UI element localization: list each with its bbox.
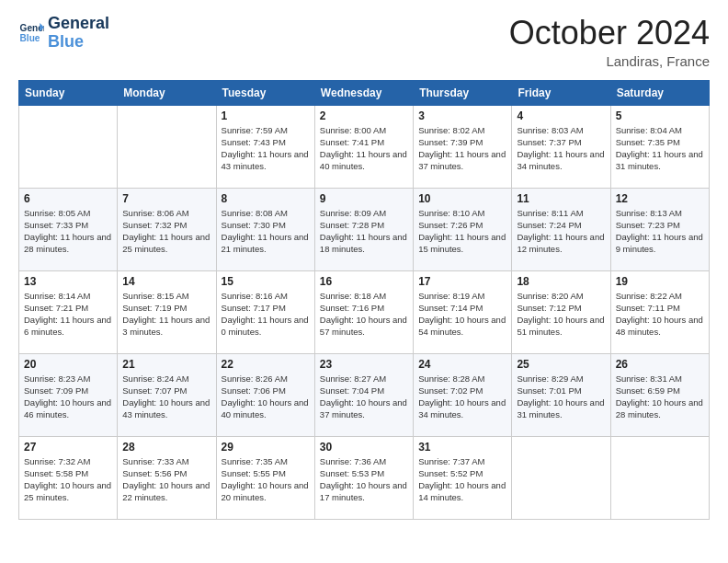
- day-info: Sunrise: 8:26 AM Sunset: 7:06 PM Dayligh…: [222, 373, 310, 421]
- day-info: Sunrise: 8:08 AM Sunset: 7:30 PM Dayligh…: [222, 207, 310, 256]
- calendar-cell: 15Sunrise: 8:16 AM Sunset: 7:17 PM Dayli…: [216, 270, 314, 353]
- days-of-week-row: SundayMondayTuesdayWednesdayThursdayFrid…: [19, 80, 710, 105]
- day-number: 29: [222, 441, 310, 454]
- calendar-week-5: 27Sunrise: 7:32 AM Sunset: 5:58 PM Dayli…: [19, 436, 710, 519]
- calendar-cell: 9Sunrise: 8:09 AM Sunset: 7:28 PM Daylig…: [314, 188, 413, 270]
- day-info: Sunrise: 8:04 AM Sunset: 7:35 PM Dayligh…: [616, 124, 704, 173]
- day-info: Sunrise: 8:11 AM Sunset: 7:24 PM Dayligh…: [517, 207, 605, 256]
- day-number: 21: [122, 358, 210, 371]
- dow-header-monday: Monday: [118, 80, 216, 105]
- calendar-cell: 17Sunrise: 8:19 AM Sunset: 7:14 PM Dayli…: [414, 270, 512, 353]
- day-info: Sunrise: 8:23 AM Sunset: 7:09 PM Dayligh…: [24, 373, 112, 421]
- day-info: Sunrise: 8:14 AM Sunset: 7:21 PM Dayligh…: [24, 290, 112, 339]
- day-number: 17: [418, 275, 506, 288]
- calendar-cell: 22Sunrise: 8:26 AM Sunset: 7:06 PM Dayli…: [216, 353, 314, 436]
- logo: General Blue General Blue: [18, 15, 109, 52]
- day-info: Sunrise: 8:18 AM Sunset: 7:16 PM Dayligh…: [320, 290, 408, 339]
- dow-header-saturday: Saturday: [610, 80, 709, 105]
- location-subtitle: Landiras, France: [509, 53, 710, 69]
- calendar-cell: 12Sunrise: 8:13 AM Sunset: 7:23 PM Dayli…: [610, 188, 709, 270]
- title-block: October 2024 Landiras, France: [509, 15, 710, 69]
- calendar-cell: 19Sunrise: 8:22 AM Sunset: 7:11 PM Dayli…: [610, 270, 709, 353]
- calendar-cell: 16Sunrise: 8:18 AM Sunset: 7:16 PM Dayli…: [314, 270, 413, 353]
- day-info: Sunrise: 8:19 AM Sunset: 7:14 PM Dayligh…: [418, 290, 506, 339]
- calendar-cell: 28Sunrise: 7:33 AM Sunset: 5:56 PM Dayli…: [118, 436, 216, 519]
- calendar-cell: 29Sunrise: 7:35 AM Sunset: 5:55 PM Dayli…: [216, 436, 314, 519]
- day-info: Sunrise: 8:20 AM Sunset: 7:12 PM Dayligh…: [517, 290, 605, 339]
- day-info: Sunrise: 8:13 AM Sunset: 7:23 PM Dayligh…: [616, 207, 704, 256]
- calendar-cell: 23Sunrise: 8:27 AM Sunset: 7:04 PM Dayli…: [314, 353, 413, 436]
- calendar-cell: 26Sunrise: 8:31 AM Sunset: 6:59 PM Dayli…: [610, 353, 709, 436]
- calendar-week-4: 20Sunrise: 8:23 AM Sunset: 7:09 PM Dayli…: [19, 353, 710, 436]
- day-number: 24: [418, 358, 506, 371]
- calendar-cell: 24Sunrise: 8:28 AM Sunset: 7:02 PM Dayli…: [414, 353, 512, 436]
- day-number: 18: [517, 275, 605, 288]
- day-info: Sunrise: 8:03 AM Sunset: 7:37 PM Dayligh…: [517, 124, 605, 173]
- day-info: Sunrise: 7:59 AM Sunset: 7:43 PM Dayligh…: [222, 124, 310, 173]
- logo-icon: General Blue: [18, 20, 44, 46]
- dow-header-friday: Friday: [512, 80, 610, 105]
- logo-line2: Blue: [48, 32, 84, 51]
- calendar-cell: 14Sunrise: 8:15 AM Sunset: 7:19 PM Dayli…: [118, 270, 216, 353]
- day-number: 25: [517, 358, 605, 371]
- day-info: Sunrise: 7:35 AM Sunset: 5:55 PM Dayligh…: [222, 455, 310, 504]
- calendar-cell: 2Sunrise: 8:00 AM Sunset: 7:41 PM Daylig…: [314, 105, 413, 188]
- day-number: 26: [616, 358, 704, 371]
- day-number: 1: [222, 109, 310, 122]
- svg-text:Blue: Blue: [20, 33, 40, 43]
- day-info: Sunrise: 8:29 AM Sunset: 7:01 PM Dayligh…: [517, 373, 605, 421]
- day-info: Sunrise: 8:09 AM Sunset: 7:28 PM Dayligh…: [320, 207, 408, 256]
- day-number: 30: [320, 441, 408, 454]
- calendar-cell: [118, 105, 216, 188]
- calendar-cell: 6Sunrise: 8:05 AM Sunset: 7:33 PM Daylig…: [19, 188, 118, 270]
- calendar-cell: 8Sunrise: 8:08 AM Sunset: 7:30 PM Daylig…: [216, 188, 314, 270]
- day-info: Sunrise: 8:10 AM Sunset: 7:26 PM Dayligh…: [418, 207, 506, 256]
- day-number: 15: [222, 275, 310, 288]
- calendar-cell: 18Sunrise: 8:20 AM Sunset: 7:12 PM Dayli…: [512, 270, 610, 353]
- day-number: 9: [320, 192, 408, 205]
- day-number: 2: [320, 109, 408, 122]
- day-info: Sunrise: 8:15 AM Sunset: 7:19 PM Dayligh…: [122, 290, 210, 339]
- day-number: 6: [24, 192, 112, 205]
- day-info: Sunrise: 7:37 AM Sunset: 5:52 PM Dayligh…: [418, 455, 506, 504]
- day-info: Sunrise: 8:06 AM Sunset: 7:32 PM Dayligh…: [122, 207, 210, 256]
- day-info: Sunrise: 8:27 AM Sunset: 7:04 PM Dayligh…: [320, 373, 408, 421]
- day-number: 13: [24, 275, 112, 288]
- calendar-cell: 13Sunrise: 8:14 AM Sunset: 7:21 PM Dayli…: [19, 270, 118, 353]
- logo-text: General Blue: [48, 15, 109, 52]
- page-header: General Blue General Blue October 2024 L…: [18, 15, 710, 69]
- day-number: 22: [222, 358, 310, 371]
- calendar-cell: [610, 436, 709, 519]
- calendar-cell: 11Sunrise: 8:11 AM Sunset: 7:24 PM Dayli…: [512, 188, 610, 270]
- day-number: 10: [418, 192, 506, 205]
- calendar-cell: 21Sunrise: 8:24 AM Sunset: 7:07 PM Dayli…: [118, 353, 216, 436]
- day-info: Sunrise: 8:31 AM Sunset: 6:59 PM Dayligh…: [616, 373, 704, 421]
- day-number: 19: [616, 275, 704, 288]
- calendar-cell: 25Sunrise: 8:29 AM Sunset: 7:01 PM Dayli…: [512, 353, 610, 436]
- day-info: Sunrise: 7:36 AM Sunset: 5:53 PM Dayligh…: [320, 455, 408, 504]
- day-number: 20: [24, 358, 112, 371]
- calendar-week-3: 13Sunrise: 8:14 AM Sunset: 7:21 PM Dayli…: [19, 270, 710, 353]
- calendar-cell: 30Sunrise: 7:36 AM Sunset: 5:53 PM Dayli…: [314, 436, 413, 519]
- day-number: 31: [418, 441, 506, 454]
- calendar-cell: 31Sunrise: 7:37 AM Sunset: 5:52 PM Dayli…: [414, 436, 512, 519]
- day-number: 16: [320, 275, 408, 288]
- day-number: 14: [122, 275, 210, 288]
- day-number: 5: [616, 109, 704, 122]
- day-number: 12: [616, 192, 704, 205]
- day-info: Sunrise: 7:32 AM Sunset: 5:58 PM Dayligh…: [24, 455, 112, 504]
- day-number: 11: [517, 192, 605, 205]
- day-number: 3: [418, 109, 506, 122]
- calendar-cell: 5Sunrise: 8:04 AM Sunset: 7:35 PM Daylig…: [610, 105, 709, 188]
- day-info: Sunrise: 8:22 AM Sunset: 7:11 PM Dayligh…: [616, 290, 704, 339]
- dow-header-thursday: Thursday: [414, 80, 512, 105]
- day-info: Sunrise: 8:16 AM Sunset: 7:17 PM Dayligh…: [222, 290, 310, 339]
- calendar-cell: 20Sunrise: 8:23 AM Sunset: 7:09 PM Dayli…: [19, 353, 118, 436]
- day-number: 27: [24, 441, 112, 454]
- calendar-cell: 3Sunrise: 8:02 AM Sunset: 7:39 PM Daylig…: [414, 105, 512, 188]
- day-info: Sunrise: 8:05 AM Sunset: 7:33 PM Dayligh…: [24, 207, 112, 256]
- day-number: 28: [122, 441, 210, 454]
- calendar-cell: 10Sunrise: 8:10 AM Sunset: 7:26 PM Dayli…: [414, 188, 512, 270]
- dow-header-wednesday: Wednesday: [314, 80, 413, 105]
- calendar-week-1: 1Sunrise: 7:59 AM Sunset: 7:43 PM Daylig…: [19, 105, 710, 188]
